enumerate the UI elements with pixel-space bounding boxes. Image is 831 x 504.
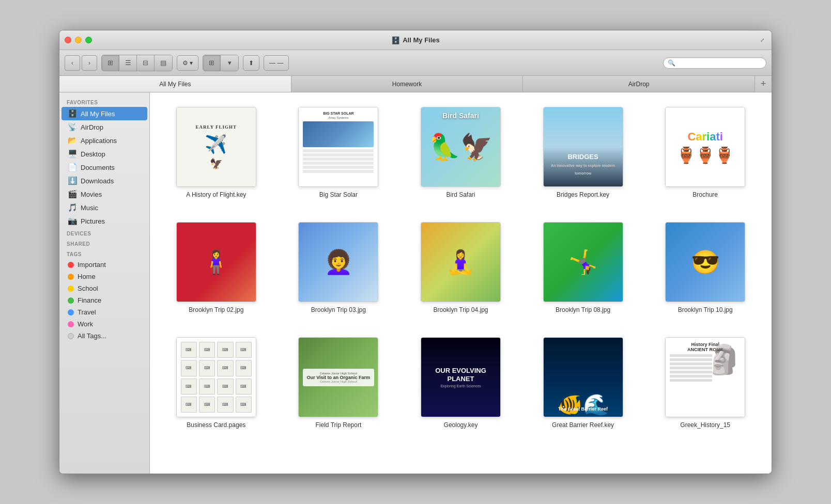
close-button[interactable] xyxy=(65,37,71,43)
file-item-flight[interactable]: EARLY FLIGHT ✈️ 🦅 A History of Flight.ke… xyxy=(160,103,272,202)
school-dot xyxy=(68,286,74,292)
file-thumbnail-brooklyn10: 😎 xyxy=(665,222,745,302)
brooklyn04-person: 🧘‍♀️ xyxy=(446,248,475,276)
file-item-brooklyn08[interactable]: 🤸‍♀️ Brooklyn Trip 08.jpg xyxy=(527,218,639,318)
file-name-brooklyn08: Brooklyn Trip 08.jpg xyxy=(556,306,610,313)
resize-button[interactable]: ⤢ xyxy=(758,36,766,44)
arrange-view-button[interactable]: ⊞ xyxy=(203,55,221,71)
shared-header: SHARED xyxy=(59,238,149,248)
arrange-dropdown[interactable]: ▾ xyxy=(221,55,238,71)
toggle-button[interactable]: — — xyxy=(264,55,289,71)
title-label: All My Files xyxy=(403,36,440,44)
nav-group: ‹ › xyxy=(65,55,97,71)
back-button[interactable]: ‹ xyxy=(65,55,80,71)
file-name-greek: Greek_History_15 xyxy=(680,421,730,429)
file-name-brooklyn04: Brooklyn Trip 04.jpg xyxy=(433,306,488,313)
forward-button[interactable]: › xyxy=(82,55,97,71)
minimize-button[interactable] xyxy=(75,37,82,43)
sidebar-item-all-my-files[interactable]: 🗄️ All My Files xyxy=(61,107,147,120)
sidebar-label-all-tags: All Tags... xyxy=(78,332,106,340)
tab-all-my-files-label: All My Files xyxy=(159,81,191,88)
maximize-button[interactable] xyxy=(85,37,92,43)
icon-view-button[interactable]: ⊞ xyxy=(102,55,119,71)
search-input[interactable] xyxy=(678,59,762,67)
file-thumbnail-geology: OUR EVOLVINGPLANET Exploring Earth Scien… xyxy=(421,337,501,417)
sidebar-tag-home[interactable]: Home xyxy=(61,271,147,282)
file-name-brooklyn02: Brooklyn Trip 02.jpg xyxy=(189,306,243,313)
tab-airdrop[interactable]: AirDrop xyxy=(523,76,755,92)
file-item-businesscard[interactable]: ⌨ ⌨ ⌨ ⌨ ⌨ ⌨ ⌨ ⌨ ⌨ ⌨ ⌨ ⌨ ⌨ xyxy=(160,333,272,433)
file-item-solar[interactable]: BIG STAR SOLAR Array Systems xyxy=(283,103,395,202)
sidebar-item-airdrop[interactable]: 📡 AirDrop xyxy=(61,120,147,134)
sidebar-item-movies[interactable]: 🎬 Movies xyxy=(61,187,147,201)
work-dot xyxy=(68,321,74,327)
sidebar-item-downloads[interactable]: ⬇️ Downloads xyxy=(61,174,147,187)
toggle-icon: — — xyxy=(269,59,283,67)
file-item-brooklyn03[interactable]: 👩‍🦱 Brooklyn Trip 03.jpg xyxy=(283,218,395,318)
sidebar-tag-travel[interactable]: Travel xyxy=(61,306,147,318)
music-icon: 🎵 xyxy=(68,203,77,212)
add-tab-button[interactable]: + xyxy=(755,76,772,92)
home-dot xyxy=(68,274,74,280)
file-thumbnail-brooklyn03: 👩‍🦱 xyxy=(298,222,378,302)
sidebar-label-music: Music xyxy=(81,204,98,212)
file-item-fieldtrip[interactable]: Celeste Junior High School Our Visit to … xyxy=(283,333,395,433)
file-item-birdsafari[interactable]: Bird Safari 🦜🦅 Bird Safari xyxy=(405,103,517,202)
sidebar-label-finance: Finance xyxy=(78,296,101,304)
file-item-bridges[interactable]: BRIDGESAn innovative way to explore mode… xyxy=(527,103,639,202)
file-name-geology: Geology.key xyxy=(444,421,478,429)
applications-icon: 📂 xyxy=(68,136,77,145)
file-item-brochure[interactable]: Cariati 🏺🏺🏺 Brochure xyxy=(649,103,761,202)
share-button[interactable]: ⬆ xyxy=(243,55,259,71)
sidebar-item-music[interactable]: 🎵 Music xyxy=(61,201,147,214)
tab-homework-label: Homework xyxy=(392,81,422,88)
file-name-flight: A History of Flight.key xyxy=(186,191,246,198)
sidebar-item-desktop[interactable]: 🖥️ Desktop xyxy=(61,147,147,161)
file-item-reef[interactable]: 🐠🌊 The Great Barrier Reef Great Barrier … xyxy=(527,333,639,433)
sidebar-item-applications[interactable]: 📂 Applications xyxy=(61,134,147,147)
action-button[interactable]: ⚙ ▾ xyxy=(177,55,198,71)
tab-homework[interactable]: Homework xyxy=(291,76,524,92)
sidebar-tag-finance[interactable]: Finance xyxy=(61,294,147,306)
file-thumbnail-solar: BIG STAR SOLAR Array Systems xyxy=(298,107,378,187)
sidebar-tag-all-tags[interactable]: All Tags... xyxy=(61,330,147,342)
arrange-buttons: ⊞ ▾ xyxy=(203,55,239,71)
sidebar-tag-school[interactable]: School xyxy=(61,282,147,294)
file-name-birdsafari: Bird Safari xyxy=(446,191,475,198)
sidebar-label-desktop: Desktop xyxy=(81,150,105,158)
sidebar-label-applications: Applications xyxy=(81,137,117,145)
brooklyn10-person: 😎 xyxy=(691,248,720,276)
tags-header: TAGS xyxy=(59,248,149,259)
sidebar-tag-work[interactable]: Work xyxy=(61,318,147,330)
file-thumbnail-birdsafari: Bird Safari 🦜🦅 xyxy=(421,107,501,187)
column-view-button[interactable]: ⊟ xyxy=(137,55,155,71)
all-my-files-icon: 🗄️ xyxy=(68,109,77,118)
file-item-geology[interactable]: OUR EVOLVINGPLANET Exploring Earth Scien… xyxy=(405,333,517,433)
search-box[interactable]: 🔍 xyxy=(663,57,766,69)
file-name-brooklyn03: Brooklyn Trip 03.jpg xyxy=(311,306,366,313)
file-item-brooklyn02[interactable]: 🧍‍♀️ Brooklyn Trip 02.jpg xyxy=(160,218,272,318)
sidebar-label-pictures: Pictures xyxy=(81,217,105,225)
file-item-greek[interactable]: History FinalANCIENT ROME 🗿 xyxy=(649,333,761,433)
documents-icon: 📄 xyxy=(68,163,77,172)
search-icon: 🔍 xyxy=(668,59,675,67)
list-view-button[interactable]: ☰ xyxy=(119,55,137,71)
tab-airdrop-label: AirDrop xyxy=(628,81,650,88)
sidebar-item-documents[interactable]: 📄 Documents xyxy=(61,161,147,174)
sidebar-label-work: Work xyxy=(78,320,93,328)
main-content: FAVORITES 🗄️ All My Files 📡 AirDrop 📂 Ap… xyxy=(59,92,772,474)
tab-all-my-files[interactable]: All My Files xyxy=(59,76,291,92)
sidebar-label-important: Important xyxy=(78,261,106,269)
important-dot xyxy=(68,262,74,268)
gear-icon: ⚙ xyxy=(182,59,188,67)
sidebar-label-travel: Travel xyxy=(78,308,96,316)
file-item-brooklyn10[interactable]: 😎 Brooklyn Trip 10.jpg xyxy=(649,218,761,318)
sidebar-tag-important[interactable]: Important xyxy=(61,259,147,271)
file-thumbnail-brooklyn04: 🧘‍♀️ xyxy=(421,222,501,302)
tabs-bar: All My Files Homework AirDrop + xyxy=(59,76,772,92)
coverflow-view-button[interactable]: ▤ xyxy=(155,55,172,71)
sidebar-item-pictures[interactable]: 📷 Pictures xyxy=(61,214,147,228)
file-item-brooklyn04[interactable]: 🧘‍♀️ Brooklyn Trip 04.jpg xyxy=(405,218,517,318)
finance-dot xyxy=(68,297,74,304)
airdrop-icon: 📡 xyxy=(68,122,77,132)
